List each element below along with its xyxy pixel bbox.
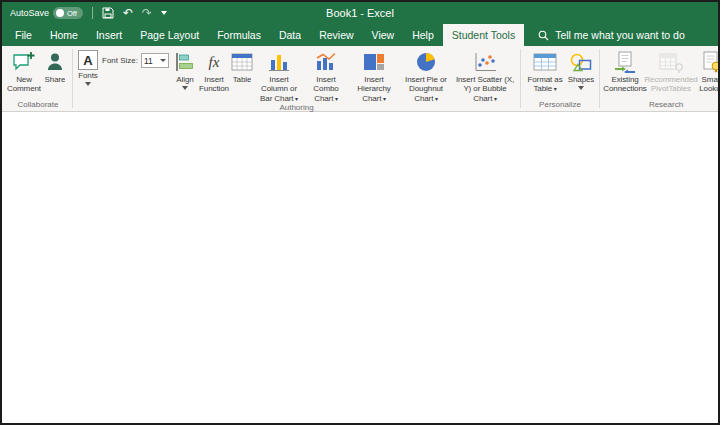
existing-connections-icon	[613, 50, 637, 74]
recommended-pivottables-button: Recommended PivotTables	[647, 47, 695, 100]
insert-combo-chart-button[interactable]: Insert Combo Chart	[303, 47, 349, 103]
scatter-chart-icon	[473, 50, 497, 74]
insert-column-bar-chart-button[interactable]: Insert Column or Bar Chart	[255, 47, 303, 103]
insert-pie-doughnut-chart-button[interactable]: Insert Pie or Doughnut Chart	[399, 47, 453, 103]
shapes-button[interactable]: Shapes	[566, 47, 596, 100]
ribbon-group-collaborate: New Comment Share Collaborate	[4, 46, 72, 111]
tab-view[interactable]: View	[363, 24, 404, 46]
autosave-state: Off	[67, 9, 77, 18]
insert-function-button[interactable]: fx Insert Function	[199, 47, 229, 103]
font-size-value: 11	[144, 56, 153, 66]
chevron-down-icon	[85, 82, 91, 89]
customize-quick-access-icon[interactable]	[161, 11, 167, 18]
hierarchy-chart-icon	[362, 50, 386, 74]
insert-pie-doughnut-chart-label: Insert Pie or Doughnut Chart	[400, 75, 452, 103]
tab-review[interactable]: Review	[310, 24, 362, 46]
titlebar-divider	[92, 7, 93, 19]
chevron-down-icon	[578, 86, 584, 93]
share-label: Share	[45, 75, 66, 84]
save-icon[interactable]	[102, 7, 114, 19]
font-size-combo[interactable]: 11	[141, 53, 169, 68]
function-fx-icon: fx	[209, 50, 220, 74]
existing-connections-label: Existing Connections	[603, 75, 646, 94]
ribbon-group-personalize: Format as Table Shapes Personalize	[521, 46, 599, 111]
document-canvas[interactable]	[2, 112, 718, 423]
chevron-down-icon	[182, 86, 188, 93]
font-size-label: Font Size:	[102, 56, 138, 65]
autosave-toggle[interactable]: Off	[53, 7, 83, 19]
insert-hierarchy-chart-button[interactable]: Insert Hierarchy Chart	[349, 47, 399, 103]
pie-chart-icon	[415, 50, 437, 74]
tab-page-layout[interactable]: Page Layout	[131, 24, 208, 46]
format-as-table-button[interactable]: Format as Table	[524, 47, 566, 100]
fonts-label: Fonts	[78, 71, 98, 80]
quick-access-toolbar: ↶ ↷	[102, 7, 167, 19]
insert-hierarchy-chart-label: Insert Hierarchy Chart	[350, 75, 398, 103]
new-comment-icon	[12, 50, 36, 74]
font-size-control: Font Size: 11	[102, 53, 169, 68]
tell-me-search[interactable]: Tell me what you want to do	[538, 24, 685, 46]
tab-student-tools[interactable]: Student Tools	[443, 24, 524, 46]
table-icon	[231, 50, 253, 74]
shapes-icon	[569, 50, 593, 74]
format-as-table-icon	[533, 50, 557, 74]
tab-home[interactable]: Home	[41, 24, 87, 46]
group-name-collaborate: Collaborate	[7, 100, 69, 111]
align-label: Align	[176, 75, 193, 84]
redo-icon[interactable]: ↷	[142, 7, 152, 19]
smart-lookup-icon	[702, 50, 720, 74]
recommended-pivottables-label: Recommended PivotTables	[644, 75, 697, 94]
recommended-pivottables-icon	[659, 50, 683, 74]
autosave-label: AutoSave	[10, 8, 49, 18]
align-icon	[174, 50, 196, 74]
autosave-toggle-knob	[56, 9, 64, 17]
fonts-button[interactable]: A Fonts	[78, 50, 98, 89]
table-button[interactable]: Table	[229, 47, 255, 103]
insert-scatter-bubble-chart-label: Insert Scatter (X, Y) or Bubble Chart	[454, 75, 516, 103]
title-bar: AutoSave Off ↶ ↷ Book1 - Excel	[2, 2, 718, 24]
tab-insert[interactable]: Insert	[87, 24, 131, 46]
share-button[interactable]: Share	[41, 47, 69, 100]
fonts-a-icon: A	[78, 50, 98, 70]
new-comment-label: New Comment	[7, 75, 41, 94]
share-person-icon	[46, 50, 64, 74]
ribbon-group-authoring: A Fonts Font Size: 11	[73, 46, 520, 111]
existing-connections-button[interactable]: Existing Connections	[603, 47, 647, 100]
tell-me-label: Tell me what you want to do	[555, 29, 685, 41]
tab-data[interactable]: Data	[270, 24, 310, 46]
ribbon-tab-bar: File Home Insert Page Layout Formulas Da…	[2, 24, 718, 46]
tab-help[interactable]: Help	[403, 24, 443, 46]
ribbon-group-research: Existing Connections Recommended PivotTa…	[600, 46, 720, 111]
autosave-control: AutoSave Off	[10, 7, 83, 19]
fonts-cluster: A Fonts Font Size: 11	[76, 47, 171, 103]
smart-lookup-label: Smart Lookup	[696, 75, 720, 94]
table-label: Table	[233, 75, 252, 84]
combo-chart-icon	[314, 50, 338, 74]
insert-function-label: Insert Function	[199, 75, 229, 94]
shapes-label: Shapes	[568, 75, 595, 84]
tab-formulas[interactable]: Formulas	[208, 24, 270, 46]
insert-scatter-bubble-chart-button[interactable]: Insert Scatter (X, Y) or Bubble Chart	[453, 47, 517, 103]
undo-icon[interactable]: ↶	[123, 7, 133, 19]
chevron-down-icon	[160, 59, 166, 65]
ribbon: New Comment Share Collaborate	[2, 46, 718, 112]
new-comment-button[interactable]: New Comment	[7, 47, 41, 100]
tab-file[interactable]: File	[6, 24, 41, 46]
insert-column-bar-chart-label: Insert Column or Bar Chart	[256, 75, 302, 103]
group-name-research: Research	[603, 100, 720, 111]
group-name-personalize: Personalize	[524, 100, 596, 111]
excel-window: AutoSave Off ↶ ↷ Book1 - Excel File Home	[0, 0, 720, 425]
smart-lookup-button[interactable]: Smart Lookup	[695, 47, 720, 100]
column-chart-icon	[267, 50, 291, 74]
search-icon	[538, 30, 549, 41]
align-button[interactable]: Align	[171, 47, 199, 103]
insert-combo-chart-label: Insert Combo Chart	[304, 75, 348, 103]
format-as-table-label: Format as Table	[525, 75, 565, 94]
